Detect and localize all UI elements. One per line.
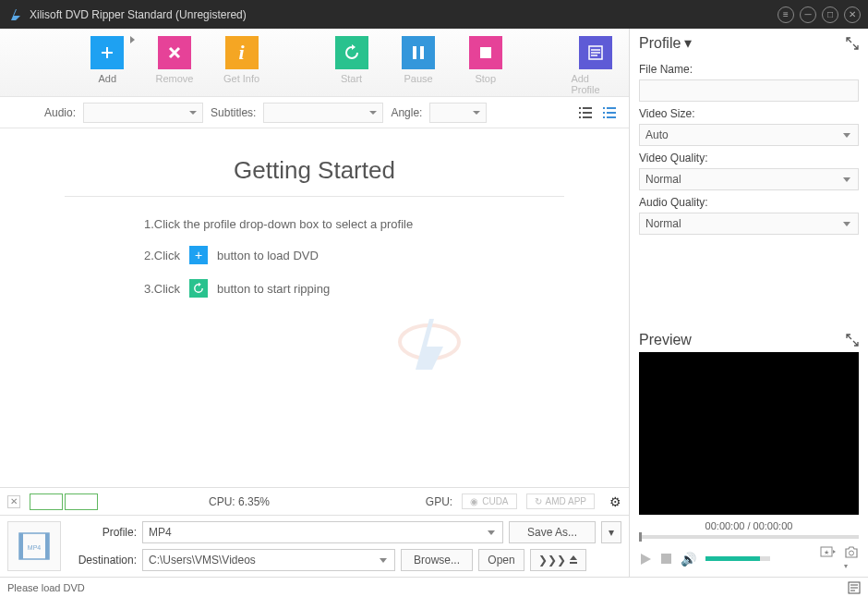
play-icon[interactable] — [639, 553, 652, 566]
addprofile-button[interactable]: Add Profile — [571, 36, 620, 96]
output-thumbnail: MP4 — [7, 521, 61, 571]
subtitles-dropdown[interactable] — [263, 103, 383, 123]
filename-input[interactable] — [639, 79, 859, 102]
videoquality-dropdown[interactable]: Normal — [639, 168, 859, 190]
more-button[interactable]: ❯❯❯ — [530, 549, 586, 571]
filename-label: File Name: — [639, 63, 859, 76]
plus-icon — [90, 36, 124, 69]
angle-label: Angle: — [391, 106, 422, 119]
getting-started-title: Getting Started — [65, 156, 564, 197]
volume-slider[interactable] — [705, 556, 770, 561]
svg-rect-2 — [480, 47, 491, 58]
getinfo-button[interactable]: i Get Info — [217, 36, 266, 96]
amd-toggle[interactable]: ↻AMD APP — [526, 493, 595, 509]
chevron-down-icon[interactable]: ▾ — [684, 34, 692, 52]
preview-controls: 🔊 ★ ▾ — [639, 544, 859, 577]
statusbar: Please load DVD — [0, 577, 868, 597]
preview-title: Preview — [639, 332, 859, 348]
svg-text:★: ★ — [824, 549, 829, 555]
saveas-dropdown-button[interactable]: ▾ — [601, 521, 621, 543]
refresh-icon — [189, 279, 208, 298]
cpu-meters — [30, 493, 98, 510]
svg-rect-0 — [413, 46, 416, 59]
profile-dropdown[interactable]: MP4 — [142, 521, 503, 543]
cpu-meter — [30, 493, 63, 510]
plus-icon: + — [189, 246, 208, 264]
subtitles-label: Subtitles: — [211, 106, 256, 119]
eject-icon — [569, 554, 578, 566]
filter-row: Audio: Subtitles: Angle: — [0, 97, 629, 128]
info-icon: i — [225, 36, 259, 69]
close-button[interactable]: ✕ — [844, 6, 861, 23]
profile-panel-title: Profile ▾ — [639, 34, 859, 52]
add-button[interactable]: Add — [83, 36, 132, 96]
step-1: 1.Click the profile drop-down box to sel… — [144, 217, 564, 231]
app-logo-icon — [7, 6, 24, 23]
stop-button[interactable]: Stop — [461, 36, 510, 96]
svg-rect-1 — [420, 46, 424, 59]
watermark-icon — [388, 305, 471, 388]
stop-icon — [469, 36, 502, 69]
destination-dropdown[interactable]: C:\Users\VMS\Videos — [142, 549, 395, 571]
menu-button[interactable]: ≡ — [778, 6, 794, 23]
status-text: Please load DVD — [7, 582, 85, 593]
audio-dropdown[interactable] — [83, 103, 203, 123]
cpu-label: CPU: 6.35% — [209, 495, 270, 508]
pause-button[interactable]: Pause — [394, 36, 443, 96]
cpu-meter — [65, 493, 98, 510]
window-title: Xilisoft DVD Ripper Standard (Unregister… — [30, 8, 778, 21]
right-panel: Profile ▾ File Name: Video Size: Auto Vi… — [630, 29, 868, 577]
step-3: 3.Click button to start ripping — [144, 279, 564, 298]
volume-icon[interactable]: 🔊 — [681, 552, 696, 567]
getting-started-panel: Getting Started 1.Click the profile drop… — [0, 128, 629, 487]
gpu-label: GPU: — [426, 495, 452, 508]
audioquality-label: Audio Quality: — [639, 196, 859, 209]
camera-icon[interactable]: ▾ — [844, 546, 859, 571]
gear-icon[interactable]: ⚙ — [609, 494, 621, 509]
svg-rect-9 — [661, 554, 671, 564]
start-button[interactable]: Start — [327, 36, 376, 96]
remove-button[interactable]: Remove — [151, 36, 199, 96]
profile-label: Profile: — [68, 526, 137, 539]
close-meter-icon[interactable]: ✕ — [7, 495, 20, 508]
stop-icon[interactable] — [661, 554, 671, 564]
cpu-gpu-bar: ✕ CPU: 6.35% GPU: ◉CUDA ↻AMD APP ⚙ — [0, 487, 629, 515]
svg-rect-7 — [45, 533, 49, 559]
pause-icon — [402, 36, 435, 69]
videosize-label: Video Size: — [639, 107, 859, 120]
step-2: 2.Click + button to load DVD — [144, 246, 564, 264]
progress-slider[interactable] — [639, 535, 859, 539]
audioquality-dropdown[interactable]: Normal — [639, 213, 859, 235]
expand-icon[interactable] — [846, 334, 859, 347]
angle-dropdown[interactable] — [429, 103, 487, 123]
svg-text:MP4: MP4 — [28, 544, 42, 551]
profile-icon — [579, 36, 612, 69]
preview-time: 00:00:00 / 00:00:00 — [639, 520, 859, 531]
maximize-button[interactable]: □ — [822, 6, 838, 23]
minimize-button[interactable]: ─ — [800, 6, 816, 23]
grid-view-icon[interactable] — [599, 104, 620, 122]
open-button[interactable]: Open — [478, 549, 524, 571]
output-settings: MP4 Profile: MP4 Save As... ▾ Destinatio… — [0, 515, 629, 577]
expand-icon[interactable] — [846, 37, 859, 50]
cuda-toggle[interactable]: ◉CUDA — [462, 493, 516, 509]
x-icon — [158, 36, 191, 69]
list-view-icon[interactable] — [575, 104, 596, 122]
videoquality-label: Video Quality: — [639, 152, 859, 164]
log-icon[interactable] — [848, 581, 861, 594]
main-toolbar: Add Remove i Get Info Start Pause Stop — [0, 29, 629, 97]
audio-label: Audio: — [44, 106, 76, 119]
browse-button[interactable]: Browse... — [401, 549, 473, 571]
videosize-dropdown[interactable]: Auto — [639, 124, 859, 146]
snapshot-settings-icon[interactable]: ★ — [820, 546, 837, 571]
saveas-button[interactable]: Save As... — [509, 521, 596, 543]
preview-video — [639, 352, 859, 515]
titlebar: Xilisoft DVD Ripper Standard (Unregister… — [0, 0, 868, 29]
svg-rect-6 — [19, 533, 23, 559]
refresh-icon — [335, 36, 368, 69]
svg-point-12 — [850, 551, 854, 555]
destination-label: Destination: — [68, 554, 137, 567]
